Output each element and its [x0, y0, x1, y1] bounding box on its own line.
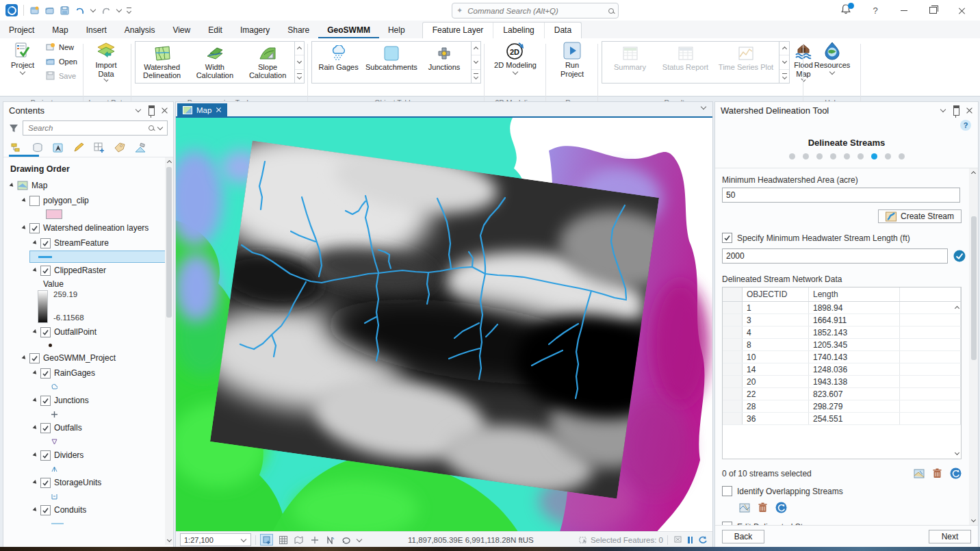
import-data-button[interactable]: Import Data [87, 40, 125, 83]
list-by-snapping-icon[interactable] [92, 142, 106, 154]
stream-feature-swatch-selected[interactable] [3, 251, 173, 263]
restore-button[interactable] [921, 2, 944, 18]
expand-icon[interactable] [10, 183, 15, 188]
tab-labeling[interactable]: Labeling [493, 23, 544, 38]
layer-row-map[interactable]: Map [3, 178, 173, 193]
gallery-more-button[interactable] [779, 70, 789, 83]
layer-row-raingages[interactable]: RainGages [3, 366, 173, 381]
map-view-tab[interactable]: Map [177, 103, 227, 116]
stream-table[interactable]: OBJECTID Length 11898.94 31664.911 41852… [722, 287, 962, 459]
table-row[interactable]: 141248.036 [723, 363, 961, 376]
scale-combo[interactable]: 1:27,100 [180, 533, 251, 546]
gallery-scroll-down[interactable] [295, 55, 304, 69]
pane-menu-chevron[interactable] [136, 107, 141, 112]
new-button[interactable]: New [44, 41, 79, 53]
dividers-swatch[interactable] [3, 463, 173, 475]
layer-checkbox-checked[interactable] [40, 238, 51, 248]
redo-dropdown-chevron[interactable] [116, 7, 122, 12]
clear-selection-icon[interactable] [672, 535, 684, 545]
run-project-button[interactable]: Run Project [553, 40, 591, 83]
north-arrow-icon[interactable] [324, 535, 336, 545]
list-by-selection-icon[interactable] [51, 142, 65, 154]
table-row[interactable]: 101740.143 [723, 351, 961, 363]
tool-scrollbar[interactable] [969, 168, 978, 525]
table-row[interactable]: 201943.138 [723, 376, 961, 388]
expand-icon[interactable] [33, 398, 38, 403]
customize-toolbar-button[interactable] [127, 8, 131, 13]
layer-checkbox-checked[interactable] [40, 478, 51, 488]
selected-features-status[interactable]: Selected Features: 0 [579, 536, 663, 544]
list-by-charts-icon[interactable] [133, 142, 147, 154]
back-button[interactable]: Back [722, 530, 764, 543]
junctions-button[interactable]: Junctions [417, 42, 470, 83]
tab-map[interactable]: Map [43, 23, 77, 38]
refresh-view-button[interactable] [697, 535, 708, 545]
list-by-editing-icon[interactable] [72, 142, 86, 154]
layer-checkbox-checked[interactable] [40, 450, 51, 461]
min-length-input[interactable] [722, 248, 948, 264]
create-stream-button[interactable]: Create Stream [878, 209, 962, 223]
storageunits-swatch[interactable] [3, 490, 173, 502]
gallery-scroll-up[interactable] [295, 42, 304, 55]
column-objectid[interactable]: OBJECTID [743, 287, 809, 302]
tab-help[interactable]: Help [379, 23, 414, 38]
edit-delineated-checkbox[interactable] [722, 522, 732, 525]
table-row[interactable]: 11898.94 [723, 302, 961, 314]
expand-icon[interactable] [33, 480, 38, 485]
project-button[interactable]: Project [3, 40, 42, 83]
expand-icon[interactable] [33, 268, 38, 273]
layer-row-watershed-group[interactable]: Watershed delineation layers [3, 220, 173, 235]
zoom-to-selection-icon[interactable] [913, 467, 925, 479]
pause-drawing-button[interactable] [688, 537, 693, 543]
layer-checkbox-checked[interactable] [40, 327, 51, 337]
status-report-button[interactable]: Status Report [658, 42, 713, 83]
expand-icon[interactable] [22, 198, 27, 203]
save-project-icon[interactable] [60, 5, 70, 16]
snapping-toggle-icon[interactable] [260, 534, 273, 546]
list-by-data-source-icon[interactable] [31, 142, 44, 154]
table-row[interactable]: 36254.551 [723, 413, 961, 425]
layer-checkbox-checked[interactable] [29, 353, 40, 363]
next-button[interactable]: Next [929, 530, 971, 543]
tab-edit[interactable]: Edit [199, 23, 231, 38]
gallery-scroll-up[interactable] [472, 42, 480, 55]
layer-checkbox-checked[interactable] [40, 368, 51, 379]
open-project-icon[interactable] [44, 5, 55, 16]
undo-dropdown-chevron[interactable] [90, 7, 96, 12]
redo-button[interactable] [101, 5, 112, 16]
column-length[interactable]: Length [809, 287, 900, 302]
search-options-chevron[interactable] [157, 125, 163, 130]
slope-calculation-button[interactable]: Slope Calculation [241, 42, 294, 83]
list-by-drawing-order-icon[interactable] [10, 142, 24, 154]
resources-button[interactable]: Resources [809, 40, 855, 83]
layer-checkbox-checked[interactable] [40, 505, 51, 515]
rain-gages-button[interactable]: Rain Gages [312, 42, 365, 83]
expand-icon[interactable] [33, 507, 38, 513]
tab-imagery[interactable]: Imagery [231, 23, 279, 38]
table-row[interactable]: 22823.607 [723, 388, 961, 400]
expand-icon[interactable] [33, 452, 38, 458]
layer-checkbox-checked[interactable] [40, 396, 51, 406]
list-by-labeling-icon[interactable] [113, 142, 127, 154]
status-tools-chevron[interactable] [357, 536, 362, 541]
pane-menu-chevron[interactable] [940, 107, 946, 112]
layer-checkbox-checked[interactable] [40, 266, 51, 276]
layer-row-stream-feature[interactable]: StreamFeature [3, 235, 173, 251]
tab-analysis[interactable]: Analysis [116, 23, 164, 38]
layer-row-outfall-point[interactable]: OutfallPoint [3, 324, 173, 339]
close-tab-icon[interactable] [216, 107, 222, 113]
expand-icon[interactable] [33, 240, 38, 246]
expand-icon[interactable] [33, 425, 38, 431]
pin-icon[interactable] [953, 105, 959, 116]
gallery-scroll-down[interactable] [472, 55, 480, 69]
width-calculation-button[interactable]: Width Calculation [188, 42, 241, 83]
tab-geoswmm[interactable]: GeoSWMM [318, 23, 379, 38]
layer-row-clipped-raster[interactable]: ClippedRaster [3, 263, 173, 278]
apply-checkmark-button[interactable] [953, 250, 966, 262]
layer-row-conduits[interactable]: Conduits [3, 502, 173, 517]
tool-help-button[interactable]: ? [960, 120, 971, 131]
summary-button[interactable]: Summary [602, 42, 658, 83]
close-pane-icon[interactable] [966, 107, 972, 114]
gallery-scroll-down[interactable] [779, 55, 789, 69]
tab-insert[interactable]: Insert [77, 23, 116, 38]
